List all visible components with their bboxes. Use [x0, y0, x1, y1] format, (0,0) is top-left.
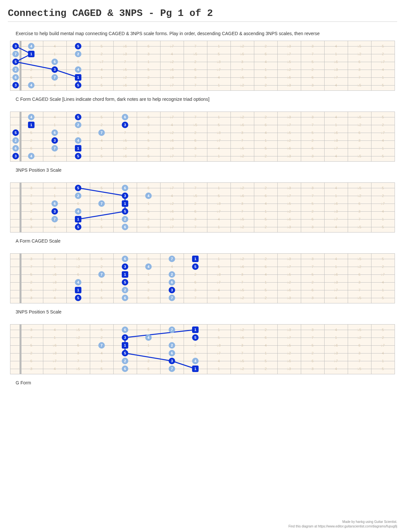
fret-line	[207, 41, 207, 90]
fret-line	[301, 112, 301, 161]
note-marker: 2	[75, 51, 81, 57]
note-marker: 3	[169, 358, 175, 364]
note-marker: 5	[122, 208, 128, 215]
fret-line	[66, 41, 67, 90]
note-marker: 6	[51, 200, 58, 207]
note-marker: 7	[169, 295, 175, 301]
fret-line	[113, 41, 114, 90]
fret-line	[113, 254, 114, 303]
fret-line	[66, 254, 67, 303]
note-marker: 7	[98, 342, 105, 349]
note-marker: 7	[169, 326, 175, 333]
fret-line	[230, 112, 231, 161]
string-line	[10, 267, 395, 267]
fret-line	[371, 112, 371, 161]
note-marker: 6	[12, 74, 19, 81]
note-marker: 1	[192, 366, 199, 372]
fret-line	[301, 254, 301, 303]
string-line	[10, 211, 395, 212]
note-marker: 7	[98, 271, 105, 278]
svg-line-13	[125, 353, 172, 361]
fret-line	[113, 112, 114, 161]
fret-line	[90, 41, 90, 90]
fret-line	[301, 325, 301, 374]
note-marker: 7	[169, 366, 175, 372]
fret-line	[277, 112, 278, 161]
note-marker: 6	[122, 366, 128, 372]
nut	[20, 112, 21, 161]
string-line	[10, 353, 395, 353]
string-line	[10, 219, 395, 219]
note-marker: 2	[122, 216, 128, 222]
note-marker: 4	[28, 153, 35, 159]
string-line	[10, 330, 395, 330]
fret-line	[324, 325, 325, 374]
note-marker: 4	[75, 137, 81, 144]
fret-line	[324, 183, 325, 232]
string-line	[10, 259, 395, 259]
note-marker: 7	[98, 200, 105, 207]
note-marker: 3	[51, 66, 58, 73]
note-marker: 2	[75, 122, 81, 128]
svg-line-2	[16, 62, 55, 70]
note-marker: 5	[192, 334, 199, 341]
note-marker: 3	[12, 43, 19, 49]
string-line	[10, 274, 395, 275]
fret-line	[348, 41, 348, 90]
note-marker: 1	[122, 342, 128, 349]
svg-line-8	[78, 211, 125, 219]
note-marker: 2	[75, 193, 81, 199]
fret-line	[137, 112, 137, 161]
string-line	[10, 282, 395, 283]
fretboard: 34♭55♭66♭771♭22♭334♭5571♭22♭334♭55♭66♭77…	[10, 324, 395, 374]
fret-line	[254, 325, 254, 374]
fret-line	[395, 112, 395, 161]
fret-line	[43, 112, 43, 161]
note-marker: 4	[75, 279, 81, 286]
fret-line	[160, 112, 161, 161]
note-marker: 5	[12, 129, 19, 136]
diagram-caption: C Form CAGED Scale [Lines indicate chord…	[16, 97, 397, 102]
nut	[20, 325, 21, 374]
note-marker: 5	[122, 350, 128, 356]
fret-line	[301, 41, 301, 90]
note-marker: 4	[145, 263, 152, 270]
fret-line	[230, 325, 231, 374]
note-marker: 6	[169, 350, 175, 356]
note-marker: 7	[169, 256, 175, 262]
fret-line	[207, 325, 207, 374]
fret-line	[137, 254, 137, 303]
note-marker: 5	[75, 224, 81, 230]
note-marker: 6	[12, 145, 19, 152]
note-marker: 6	[51, 129, 58, 136]
note-marker: 5	[75, 185, 81, 191]
fret-line	[254, 41, 254, 90]
note-marker: 4	[28, 114, 35, 120]
note-marker: 7	[51, 145, 58, 152]
fret-line	[90, 325, 90, 374]
note-marker: 2	[169, 342, 175, 349]
note-marker: 6	[169, 279, 175, 286]
fret-line	[371, 41, 371, 90]
fret-line	[254, 112, 254, 161]
fret-line	[43, 41, 43, 90]
note-marker: 5	[122, 279, 128, 286]
note-marker: 2	[122, 358, 128, 364]
fret-line	[113, 325, 114, 374]
note-marker: 5	[192, 263, 199, 270]
string-line	[10, 338, 395, 338]
fretboard: 34♭55♭66♭771♭22♭334♭5571♭22♭334♭55♭66♭77…	[10, 253, 395, 303]
fret-line	[160, 254, 161, 303]
fret-line	[230, 41, 231, 90]
note-marker: 5	[75, 43, 81, 49]
note-marker: 1	[75, 74, 81, 81]
fret-line	[66, 325, 67, 374]
note-marker: 3	[122, 263, 128, 270]
note-marker: 2	[122, 287, 128, 293]
fret-line	[66, 183, 67, 232]
fretboard: 34♭55♭66♭771♭22♭334♭5571♭22♭334♭55♭66♭77…	[10, 112, 395, 162]
fret-line	[184, 41, 184, 90]
note-marker: 4	[75, 66, 81, 73]
fret-line	[90, 112, 90, 161]
fret-line	[348, 254, 348, 303]
